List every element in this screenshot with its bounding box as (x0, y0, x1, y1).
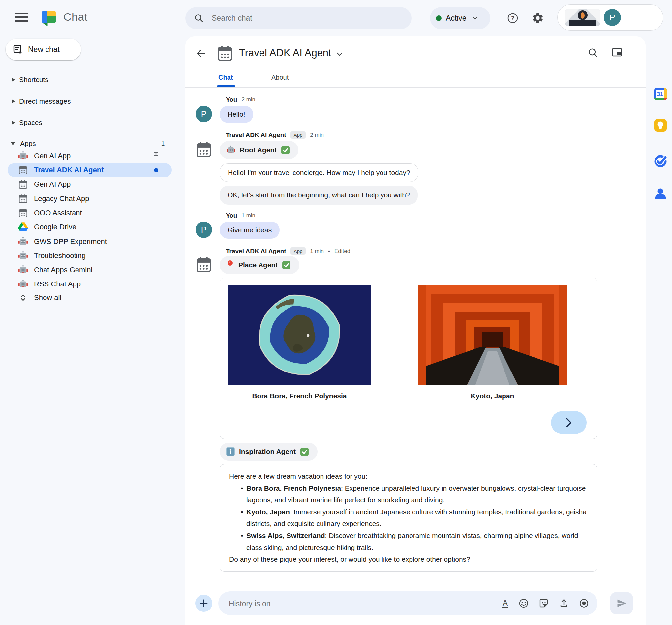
place-image-kyoto[interactable] (418, 285, 567, 385)
help-icon[interactable]: ? (506, 12, 519, 24)
account-pill[interactable]: P (557, 4, 664, 31)
left-sidebar: New chat Shortcuts Direct messages Space… (0, 36, 185, 625)
new-chat-button[interactable]: New chat (6, 39, 81, 60)
sidebar-item-google-drive[interactable]: Google Drive (7, 220, 172, 234)
sidebar-item-troubleshooting[interactable]: Troubleshooting (7, 248, 172, 263)
agent-calendar-avatar (195, 141, 212, 158)
svg-text:?: ? (511, 15, 515, 22)
google-contacts-icon[interactable] (653, 186, 668, 201)
edited-label: Edited (334, 248, 350, 255)
tab-about[interactable]: About (271, 74, 289, 81)
settings-gear-icon[interactable] (531, 12, 544, 24)
chevron-down-icon (472, 16, 478, 20)
sidebar-section-apps[interactable]: Apps (0, 137, 171, 150)
calendar-icon (18, 194, 28, 204)
sort-arrows-icon (18, 293, 28, 303)
avatar[interactable]: P (195, 106, 212, 122)
open-in-split-view-icon[interactable] (611, 47, 623, 57)
sidebar-section-spaces[interactable]: Spaces (0, 116, 171, 129)
sidebar-item-gen-ai-app[interactable]: Gen AI App (7, 149, 172, 163)
product-name: Chat (63, 10, 88, 23)
message-header: You 2 min (226, 96, 255, 103)
sidebar-section-shortcuts[interactable]: Shortcuts (0, 73, 171, 87)
search-input[interactable] (211, 14, 384, 23)
info-icon (226, 447, 235, 456)
emoji-icon[interactable] (519, 598, 529, 608)
composer-tools: A (502, 592, 589, 615)
google-tasks-icon[interactable] (653, 153, 668, 168)
sidebar-item-travel-adk-ai-agent[interactable]: Travel ADK AI Agent (7, 163, 172, 177)
organization-avatar (566, 8, 600, 26)
upload-icon[interactable] (559, 598, 569, 608)
tab-chat[interactable]: Chat (218, 74, 233, 81)
place-caption: Bora Bora, French Polynesia (228, 392, 371, 400)
workspace-side-rail: 31 (649, 36, 672, 625)
inspiration-agent-chip: Inspiration Agent (220, 443, 317, 460)
send-button[interactable] (610, 592, 633, 615)
sidebar-item-rss-chat-app[interactable]: RSS Chat App (7, 277, 172, 291)
message-input[interactable] (228, 592, 487, 616)
drive-icon (18, 222, 28, 232)
active-status-dot-icon (436, 16, 441, 21)
text-format-icon[interactable]: A (502, 599, 508, 608)
agent-message-bubble: OK, let's start from the beginning, what… (220, 186, 418, 205)
agent-calendar-avatar (216, 45, 234, 62)
user-message-bubble: Hello! (220, 106, 253, 123)
main-menu-icon[interactable] (15, 13, 28, 23)
calendar-icon (18, 208, 28, 218)
status-selector[interactable]: Active (430, 7, 490, 29)
page-title: Travel ADK AI Agent (239, 47, 331, 59)
chat-panel: Travel ADK AI Agent Chat About You 2 min… (185, 36, 646, 625)
google-keep-icon[interactable] (653, 118, 668, 133)
agent-calendar-avatar (195, 256, 212, 273)
search-chat-bar[interactable] (185, 7, 411, 29)
sticker-icon[interactable] (539, 598, 549, 608)
user-message-bubble: Give me ideas (220, 221, 280, 239)
agent-message-bubble: Hello! I'm your travel concierge. How ma… (220, 163, 418, 182)
message-header: You 1 min (226, 212, 255, 219)
sidebar-item-ooo-assistant[interactable]: OOO Assistant (7, 206, 172, 220)
status-label: Active (446, 14, 466, 23)
search-in-conversation-icon[interactable] (587, 47, 598, 58)
message-header: Travel ADK AI Agent App 1 min • Edited (226, 247, 350, 255)
app-badge: App (290, 131, 306, 139)
apps-unread-count: 1 (159, 140, 167, 147)
check-mark-icon (300, 447, 309, 456)
calendar-icon (18, 165, 28, 175)
search-icon (194, 13, 204, 23)
robot-icon (18, 151, 28, 161)
ideas-outro: Do any of these pique your interest, or … (229, 553, 588, 565)
profile-avatar[interactable]: P (604, 9, 621, 26)
robot-icon (226, 145, 235, 154)
sidebar-item-gws-dpp-experiment[interactable]: GWS DPP Experiment (7, 234, 172, 249)
robot-icon (18, 265, 28, 275)
record-meet-icon[interactable] (579, 598, 589, 608)
sidebar-item-chat-apps-gemini[interactable]: Chat Apps Gemini (7, 263, 172, 277)
list-item: • Kyoto, Japan: Immerse yourself in anci… (229, 506, 588, 530)
expand-right-icon (12, 99, 15, 103)
sidebar-item-legacy-chat-app[interactable]: Legacy Chat App (7, 192, 172, 206)
new-chat-label: New chat (28, 45, 60, 54)
add-attachment-button[interactable] (195, 595, 212, 612)
back-arrow-icon[interactable] (196, 48, 206, 58)
message-list: You 2 min P Hello! Travel ADK AI Agent A… (185, 88, 646, 582)
list-item: • Bora Bora, French Polynesia: Experienc… (229, 482, 588, 506)
message-input-pill[interactable]: A (218, 592, 598, 615)
carousel-next-button[interactable] (551, 411, 586, 434)
place-image-bora-bora[interactable] (228, 285, 371, 385)
message-composer: A (185, 592, 646, 615)
check-mark-icon (281, 146, 290, 154)
check-mark-icon (282, 261, 291, 270)
chat-logo-icon[interactable] (40, 8, 58, 27)
conversation-title[interactable]: Travel ADK AI Agent (239, 47, 343, 59)
new-chat-icon (13, 45, 23, 54)
pin-icon[interactable] (152, 152, 160, 159)
sidebar-item-gen-ai-app-2[interactable]: Gen AI App (7, 177, 172, 192)
show-all-button[interactable]: Show all (7, 290, 172, 305)
place-agent-chip: Place Agent (220, 256, 299, 274)
avatar[interactable]: P (195, 221, 212, 238)
google-calendar-icon[interactable]: 31 (653, 87, 668, 101)
chevron-right-icon (565, 417, 573, 428)
sidebar-section-direct-messages[interactable]: Direct messages (0, 95, 171, 108)
send-icon (617, 598, 626, 608)
